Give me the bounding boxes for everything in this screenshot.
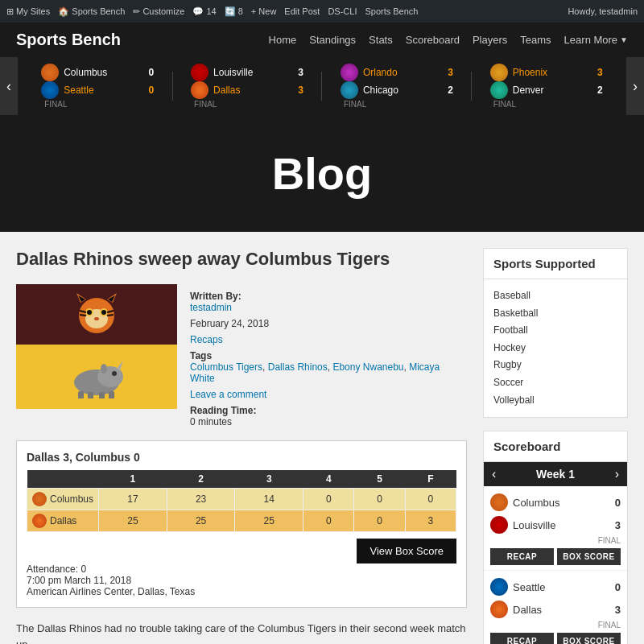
nav-stats[interactable]: Stats (369, 34, 393, 46)
sb-louisville-icon (490, 516, 508, 534)
bs-score-cell: 23 (167, 488, 235, 510)
sb-team: Louisville (490, 516, 555, 534)
svg-point-8 (87, 310, 92, 315)
sports-supported-title: Sports Supported (484, 249, 627, 279)
article-title: Dallas Rhinos sweep away Columbus Tigers (16, 248, 467, 271)
nav-home[interactable]: Home (269, 34, 297, 46)
box-score-footer: View Box Score Attendance: 0 7:00 pm Mar… (27, 539, 456, 597)
tag-columbus[interactable]: Columbus Tigers (190, 361, 262, 373)
week-label: Week 1 (536, 468, 575, 481)
nav-scoreboard[interactable]: Scoreboard (406, 34, 460, 46)
box-score-footer-info: Attendance: 0 7:00 pm March 11, 2018 Ame… (27, 564, 456, 597)
ticker-divider (172, 72, 173, 101)
ticker-team-name: Orlando (363, 67, 419, 78)
leave-comment-link[interactable]: Leave a comment (190, 389, 266, 400)
ticker-next-button[interactable]: › (626, 57, 644, 115)
sport-soccer: Soccer (493, 374, 617, 392)
article-date: February 24, 2018 (190, 318, 467, 329)
ticker-game-row: Seattle 0 (41, 81, 154, 99)
ticker-prev-button[interactable]: ‹ (0, 57, 18, 115)
sports-supported-body: Baseball Basketball Football Hockey Rugb… (484, 279, 627, 417)
ticker-divider (471, 72, 472, 101)
denver-logo-icon (490, 81, 508, 99)
sidebar: Sports Supported Baseball Basketball Foo… (483, 248, 628, 644)
ticker-divider (321, 72, 322, 101)
admin-ds-cli[interactable]: DS-CLI (328, 6, 357, 16)
admin-edit-post[interactable]: Edit Post (284, 6, 320, 16)
reading-time-value: 0 minutes (190, 416, 467, 427)
sb-score: 3 (615, 519, 621, 531)
admin-updates[interactable]: 🔄 8 (225, 6, 243, 17)
bs-row-columbus: Columbus 17 23 14 0 0 0 (27, 488, 456, 510)
article-image-bottom (16, 345, 177, 409)
bs-col-1: 1 (99, 470, 167, 489)
ticker-team-name: Seattle (64, 85, 120, 96)
ticker-final: FINAL (493, 100, 516, 109)
admin-comments[interactable]: 💬 14 (192, 6, 216, 17)
article-meta: Written By: testadmin February 24, 2018 … (190, 284, 467, 427)
bs-score-cell: 25 (99, 510, 167, 531)
nav-standings[interactable]: Standings (309, 34, 356, 46)
ticker-team-name: Columbus (64, 67, 120, 78)
sb-recap-button[interactable]: RECAP (490, 633, 554, 644)
scoreboard-ticker: ‹ Columbus 0 Seattle 0 FINAL (0, 57, 644, 115)
admin-bench-link[interactable]: Sports Bench (365, 6, 418, 16)
admin-sports-bench[interactable]: 🏠 Sports Bench (58, 6, 125, 17)
sb-score: 0 (615, 497, 621, 509)
week-prev-button[interactable]: ‹ (492, 467, 496, 481)
admin-my-sites[interactable]: ⊞ My Sites (6, 6, 50, 17)
ticker-team: Dallas (191, 81, 270, 99)
box-score-title: Dallas 3, Columbus 0 (27, 451, 456, 464)
game-time: 7:00 pm March 11, 2018 (27, 575, 456, 586)
admin-new[interactable]: + New (251, 6, 277, 16)
bs-score-cell: 0 (303, 510, 354, 531)
site-title: Sports Bench (16, 31, 121, 49)
ticker-game-row: Denver 2 (490, 81, 603, 99)
author-link[interactable]: testadmin (190, 302, 232, 313)
chicago-logo-icon (341, 81, 358, 99)
svg-point-18 (112, 371, 117, 376)
bs-score-cell: 0 (354, 510, 405, 531)
ticker-score: 0 (141, 85, 154, 96)
ticker-game-row: Louisville 3 (191, 64, 303, 81)
bs-score-cell: 14 (235, 488, 303, 510)
ticker-score: 3 (291, 67, 303, 78)
admin-bar: ⊞ My Sites 🏠 Sports Bench ✏ Customize 💬 … (0, 0, 644, 23)
reading-time-label: Reading Time: (190, 405, 467, 416)
week-nav: ‹ Week 1 › (484, 462, 627, 486)
week-next-button[interactable]: › (615, 467, 619, 481)
chevron-down-icon: ▼ (620, 35, 628, 44)
nav-players[interactable]: Players (473, 34, 507, 46)
ticker-team: Columbus (41, 64, 120, 81)
sb-boxscore-button[interactable]: BOX SCORE (557, 548, 621, 565)
sb-seattle-icon (490, 578, 508, 596)
nav-learn-more[interactable]: Learn More ▼ (564, 34, 628, 46)
sport-basketball: Basketball (493, 305, 617, 323)
sb-team-name: Dallas (513, 604, 542, 616)
sb-game-row: Seattle 0 (490, 576, 621, 598)
ticker-final: FINAL (194, 100, 217, 109)
ticker-score: 2 (440, 85, 453, 96)
ticker-game-2: Louisville 3 Dallas 3 FINAL (191, 64, 303, 109)
bs-row-dallas: Dallas 25 25 25 0 0 3 (27, 510, 456, 531)
nav-teams[interactable]: Teams (520, 34, 551, 46)
ticker-team: Orlando (341, 64, 419, 81)
svg-point-9 (101, 310, 106, 315)
tag-dallas[interactable]: Dallas Rhinos (268, 361, 328, 373)
article-paragraph-1: The Dallas Rhinos had no trouble taking … (16, 621, 467, 644)
sb-boxscore-button[interactable]: BOX SCORE (557, 633, 621, 644)
svg-line-14 (107, 315, 114, 316)
recaps-link[interactable]: Recaps (190, 334, 223, 345)
admin-customize[interactable]: ✏ Customize (133, 6, 184, 17)
view-box-score-button[interactable]: View Box Score (357, 539, 456, 564)
sb-recap-button[interactable]: RECAP (490, 548, 554, 565)
admin-bar-left: ⊞ My Sites 🏠 Sports Bench ✏ Customize 💬 … (6, 6, 418, 17)
article-image (16, 284, 177, 409)
ticker-team: Louisville (191, 64, 270, 81)
ticker-team-name: Phoenix (513, 67, 569, 78)
bs-score-cell: 25 (235, 510, 303, 531)
bs-score-cell: 0 (354, 488, 405, 510)
sb-game-row: Louisville 3 (490, 514, 621, 536)
ticker-game-row: Chicago 2 (341, 81, 453, 99)
tag-ebony[interactable]: Ebony Nwanebu (332, 361, 403, 373)
